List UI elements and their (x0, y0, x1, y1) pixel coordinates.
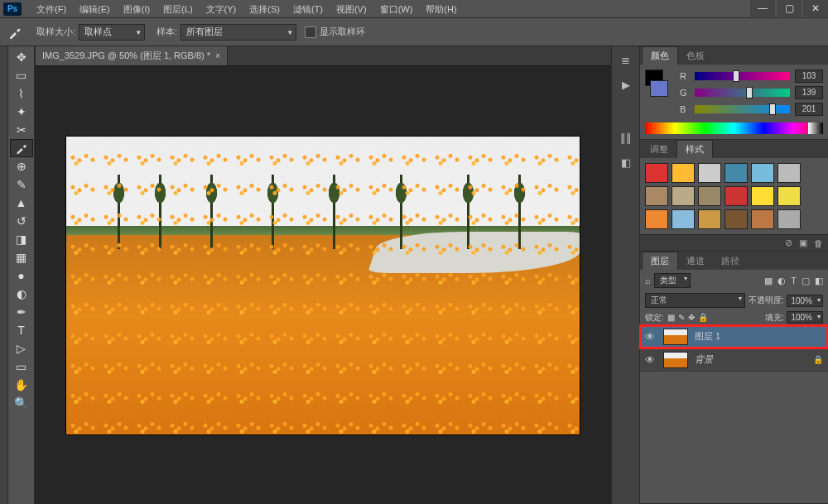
stamp-tool[interactable]: ▲ (10, 194, 33, 212)
menu-help[interactable]: 帮助(H) (419, 0, 463, 18)
heal-tool[interactable]: ⊕ (10, 157, 33, 175)
visibility-icon[interactable]: 👁 (645, 331, 657, 343)
sample-select[interactable]: 所有图层 (181, 24, 296, 41)
menu-image[interactable]: 图像(I) (117, 0, 156, 18)
style-swatch[interactable] (724, 186, 748, 206)
tab-paths[interactable]: 路径 (713, 252, 748, 270)
r-slider[interactable] (695, 72, 790, 80)
fg-bg-swatches[interactable] (645, 70, 668, 97)
g-value[interactable]: 139 (795, 86, 823, 99)
move-tool[interactable]: ✥ (10, 48, 33, 66)
fill-value[interactable]: 100% (787, 311, 823, 324)
styles-new-icon[interactable]: ▣ (799, 238, 807, 248)
style-swatch[interactable] (698, 163, 721, 183)
styles-delete-icon[interactable]: 🗑 (814, 238, 823, 248)
style-swatch[interactable] (645, 186, 668, 206)
color-spectrum[interactable] (645, 122, 823, 134)
visibility-icon[interactable]: 👁 (645, 354, 657, 366)
style-swatch[interactable] (777, 163, 801, 183)
menu-view[interactable]: 视图(V) (330, 0, 373, 18)
document-tab[interactable]: IMG_3529.JPG @ 50% (图层 1, RGB/8) * × (35, 46, 228, 65)
style-swatch[interactable] (777, 186, 801, 206)
filter-shape-icon[interactable]: ▢ (802, 276, 810, 286)
menu-file[interactable]: 文件(F) (30, 0, 73, 18)
document-canvas[interactable] (66, 137, 580, 434)
path-select-tool[interactable]: ▷ (10, 339, 33, 358)
tab-swatches[interactable]: 色板 (678, 47, 713, 65)
blur-tool[interactable]: ● (10, 266, 33, 285)
play-icon[interactable]: ▶ (618, 78, 634, 91)
tab-color[interactable]: 颜色 (642, 46, 678, 65)
style-swatch[interactable] (672, 163, 695, 183)
eyedropper-tool-icon[interactable] (3, 22, 26, 42)
lasso-tool[interactable]: ⌇ (10, 84, 33, 103)
style-swatch[interactable] (672, 186, 695, 206)
left-collapse-strip[interactable] (0, 46, 8, 504)
r-value[interactable]: 103 (795, 70, 823, 83)
b-value[interactable]: 201 (795, 103, 823, 116)
menu-window[interactable]: 窗口(W) (373, 0, 420, 18)
style-swatch[interactable] (777, 209, 801, 229)
style-swatch[interactable] (645, 163, 668, 183)
menu-type[interactable]: 文字(Y) (200, 0, 243, 18)
filter-adjust-icon[interactable]: ◐ (777, 276, 786, 286)
menu-filter[interactable]: 滤镜(T) (286, 0, 330, 18)
style-swatch[interactable] (724, 163, 748, 183)
gradient-tool[interactable]: ▦ (10, 248, 33, 266)
shape-tool[interactable]: ▭ (10, 358, 33, 376)
layer-row-layer1[interactable]: 👁 图层 1 (640, 325, 828, 348)
sample-size-select[interactable]: 取样点 (79, 24, 145, 41)
style-swatch[interactable] (751, 186, 774, 206)
brush-tool[interactable]: ✎ (10, 175, 33, 194)
style-swatch[interactable] (645, 209, 668, 229)
marquee-tool[interactable]: ▭ (10, 66, 33, 84)
crop-tool[interactable]: ✂ (10, 121, 33, 139)
history-icon[interactable]: ≣ (618, 53, 634, 66)
menu-select[interactable]: 选择(S) (243, 0, 286, 18)
tab-styles[interactable]: 样式 (676, 140, 713, 158)
opacity-value[interactable]: 100% (787, 295, 823, 307)
style-swatch[interactable] (751, 209, 774, 229)
minimize-button[interactable]: — (750, 0, 775, 17)
style-swatch[interactable] (698, 186, 721, 206)
kind-select[interactable]: 类型 (654, 273, 691, 288)
history-brush-tool[interactable]: ↺ (10, 212, 33, 230)
layer-thumbnail[interactable] (663, 352, 688, 368)
lock-trans-icon[interactable]: ▦ (667, 313, 675, 322)
wand-tool[interactable]: ✦ (10, 103, 33, 121)
show-ring-checkbox[interactable] (305, 26, 316, 38)
tab-layers[interactable]: 图层 (642, 252, 678, 270)
tab-adjustments[interactable]: 调整 (642, 141, 676, 158)
menu-edit[interactable]: 编辑(E) (73, 0, 117, 18)
pen-tool[interactable]: ✒ (10, 303, 33, 321)
filter-pixel-icon[interactable]: ▦ (764, 276, 773, 286)
filter-text-icon[interactable]: T (791, 276, 797, 286)
styles-none-icon[interactable]: ⊘ (785, 238, 792, 248)
filter-smart-icon[interactable]: ◧ (815, 276, 823, 286)
eraser-tool[interactable]: ◨ (10, 230, 33, 248)
b-slider[interactable] (695, 105, 790, 113)
lock-all-icon[interactable]: 🔒 (698, 313, 708, 322)
lock-paint-icon[interactable]: ✎ (678, 313, 685, 322)
zoom-tool[interactable]: 🔍 (10, 394, 33, 412)
layer-row-background[interactable]: 👁 背景 🔒 (640, 348, 828, 372)
canvas-area[interactable] (35, 66, 611, 504)
tab-channels[interactable]: 通道 (678, 252, 713, 270)
style-swatch[interactable] (751, 163, 774, 183)
lock-pos-icon[interactable]: ✥ (688, 313, 695, 322)
background-swatch[interactable] (650, 80, 668, 97)
text-tool[interactable]: T (10, 321, 33, 339)
properties-icon[interactable]: ◧ (618, 156, 634, 169)
document-tab-close[interactable]: × (215, 51, 220, 60)
style-swatch[interactable] (672, 209, 695, 229)
blend-mode-select[interactable]: 正常 (645, 293, 745, 308)
brushes-icon[interactable]: ‖‖ (618, 131, 634, 144)
dodge-tool[interactable]: ◐ (10, 285, 33, 303)
close-button[interactable]: ✕ (803, 0, 828, 17)
style-swatch[interactable] (724, 209, 748, 229)
style-swatch[interactable] (698, 209, 721, 229)
hand-tool[interactable]: ✋ (10, 376, 33, 394)
eyedropper-tool[interactable] (10, 139, 33, 157)
maximize-button[interactable]: ▢ (777, 0, 802, 17)
menu-layer[interactable]: 图层(L) (156, 0, 199, 18)
